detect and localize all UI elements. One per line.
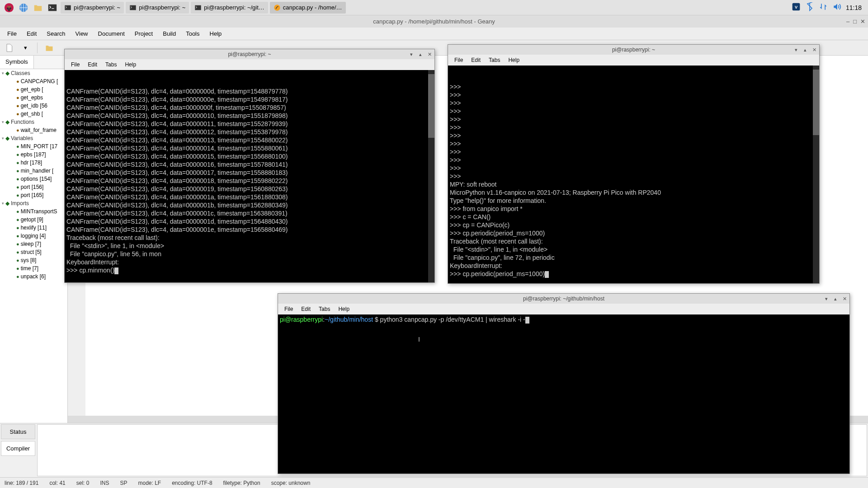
network-icon[interactable] — [819, 2, 828, 13]
bluetooth-icon[interactable] — [805, 2, 814, 13]
term-titlebar[interactable]: pi@raspberrypi: ~/github/min/host ▾ ▴ ✕ — [278, 294, 849, 304]
sidebar-tab-symbols[interactable]: Symbols — [0, 56, 34, 69]
files-icon[interactable] — [32, 1, 44, 14]
tray: V 11:18 — [792, 2, 866, 13]
term-title-text: pi@raspberrypi: ~/github/min/host — [523, 296, 604, 302]
minimize-icon[interactable]: ▾ — [408, 52, 415, 57]
svg-point-1 — [7, 7, 9, 9]
menu-tabs[interactable]: Tabs — [485, 56, 504, 65]
close-icon[interactable]: ✕ — [811, 47, 817, 53]
tree-section[interactable]: ▾ ◆ Functions — [0, 118, 67, 126]
tree-item[interactable]: ● hexlify [11] — [0, 224, 67, 232]
menu-help[interactable]: Help — [121, 60, 140, 69]
tree-item[interactable]: ● sleep [7] — [0, 240, 67, 248]
symbol-tree[interactable]: ▾ ◆ Classes● CANPCAPNG [● get_epb [● get… — [0, 69, 67, 423]
tree-item[interactable]: ● hdr [178] — [0, 159, 67, 167]
minimize-icon[interactable]: ▾ — [823, 296, 830, 302]
volume-icon[interactable] — [832, 2, 841, 13]
geany-title-text: canpcap.py - /home/pi/github/min/host - … — [373, 18, 495, 25]
minimize-icon[interactable]: – — [846, 18, 849, 25]
menu-document[interactable]: Document — [94, 28, 129, 39]
tree-item[interactable]: ● MINTransportS — [0, 207, 67, 216]
terminal-scrollbar[interactable] — [428, 70, 434, 282]
close-icon[interactable]: ✕ — [860, 18, 865, 25]
menu-view[interactable]: View — [71, 28, 93, 39]
menu-tabs[interactable]: Tabs — [102, 60, 120, 69]
open-file-icon[interactable] — [43, 42, 56, 54]
menu-help[interactable]: Help — [505, 56, 523, 65]
menu-tabs[interactable]: Tabs — [315, 305, 334, 314]
tree-item[interactable]: ● options [154] — [0, 175, 67, 183]
menu-project[interactable]: Project — [130, 28, 157, 39]
maximize-icon[interactable]: □ — [853, 18, 857, 25]
term-titlebar[interactable]: pi@raspberrypi: ~ ▾ ▴ ✕ — [448, 45, 819, 55]
task-label: canpcap.py - /home/… — [283, 4, 342, 11]
task-item-term3[interactable]: pi@raspberrypi: ~/git… — [191, 2, 268, 14]
task-item-geany[interactable]: canpcap.py - /home/… — [270, 2, 346, 14]
menu-build[interactable]: Build — [158, 28, 180, 39]
tree-item[interactable]: ● CANPCAPNG [ — [0, 77, 67, 85]
menu-file[interactable]: File — [281, 305, 297, 314]
term-menubar: FileEditTabsHelp — [278, 304, 849, 314]
term-output[interactable]: >>> >>> >>> >>> >>> >>> >>> >>> >>> >>> … — [448, 66, 819, 283]
tree-item[interactable]: ● get_shb [ — [0, 110, 67, 118]
tree-item[interactable]: ● epbs [187] — [0, 150, 67, 159]
tree-item[interactable]: ● get_epbs — [0, 94, 67, 102]
menu-icon[interactable] — [3, 1, 15, 14]
menu-help[interactable]: Help — [205, 28, 226, 39]
menu-search[interactable]: Search — [42, 28, 70, 39]
menu-file[interactable]: File — [451, 56, 467, 65]
tree-item[interactable]: ● logging [4] — [0, 232, 67, 240]
tree-item[interactable]: ● sys [8] — [0, 256, 67, 264]
tree-item[interactable]: ● unpack [6] — [0, 272, 67, 281]
tree-item[interactable]: ● getopt [9] — [0, 216, 67, 224]
tree-section[interactable]: ▾ ◆ Imports — [0, 199, 67, 207]
maximize-icon[interactable]: ▴ — [802, 47, 808, 53]
terminal-bottom[interactable]: pi@raspberrypi: ~/github/min/host ▾ ▴ ✕ … — [278, 293, 850, 474]
term-output[interactable]: pi@raspberrypi:~/github/min/host $ pytho… — [278, 314, 849, 474]
menu-edit[interactable]: Edit — [22, 28, 41, 39]
dropdown-icon[interactable]: ▾ — [19, 42, 32, 54]
maximize-icon[interactable]: ▴ — [832, 296, 839, 302]
tree-section[interactable]: ▾ ◆ Variables — [0, 134, 67, 142]
tree-item[interactable]: ● min_handler [ — [0, 167, 67, 175]
term-output[interactable]: CANFrame(CANID(id=S123), dlc=4, data=000… — [65, 70, 434, 282]
terminal-scrollbar[interactable] — [813, 66, 819, 283]
new-file-icon[interactable] — [3, 42, 15, 54]
geany-titlebar[interactable]: canpcap.py - /home/pi/github/min/host - … — [0, 15, 868, 28]
tree-item[interactable]: ● time [7] — [0, 264, 67, 272]
tree-item[interactable]: ● get_epb [ — [0, 85, 67, 94]
menu-file[interactable]: File — [3, 28, 21, 39]
menu-help[interactable]: Help — [335, 305, 353, 314]
maximize-icon[interactable]: ▴ — [417, 52, 424, 57]
tree-section[interactable]: ▾ ◆ Classes — [0, 69, 67, 77]
menu-edit[interactable]: Edit — [467, 56, 484, 65]
tree-item[interactable]: ● MIN_PORT [17 — [0, 142, 67, 150]
web-icon[interactable] — [17, 1, 30, 14]
vnc-icon[interactable]: V — [792, 2, 801, 13]
task-item-term2[interactable]: pi@raspberrypi: ~ — [126, 2, 189, 14]
menu-edit[interactable]: Edit — [297, 305, 314, 314]
terminal-right[interactable]: pi@raspberrypi: ~ ▾ ▴ ✕ FileEditTabsHelp… — [448, 44, 820, 284]
menu-file[interactable]: File — [67, 60, 83, 69]
task-label: pi@raspberrypi: ~/git… — [204, 4, 264, 11]
clock[interactable]: 11:18 — [846, 4, 862, 11]
tab-status[interactable]: Status — [1, 424, 35, 439]
tree-item[interactable]: ● get_idb [56 — [0, 102, 67, 110]
task-item-term1[interactable]: pi@raspberrypi: ~ — [61, 2, 124, 14]
menu-tools[interactable]: Tools — [181, 28, 204, 39]
close-icon[interactable]: ✕ — [426, 52, 433, 57]
terminal-left[interactable]: pi@raspberrypi: ~ ▾ ▴ ✕ FileEditTabsHelp… — [64, 49, 435, 283]
sidebar: Symbols ▾ ◆ Classes● CANPCAPNG [● get_ep… — [0, 56, 68, 423]
close-icon[interactable]: ✕ — [841, 296, 848, 302]
tree-item[interactable]: ● wait_for_frame — [0, 126, 67, 134]
task-label: pi@raspberrypi: ~ — [74, 4, 120, 11]
menu-edit[interactable]: Edit — [84, 60, 101, 69]
tab-compiler[interactable]: Compiler — [1, 441, 35, 456]
tree-item[interactable]: ● port [165] — [0, 191, 67, 199]
tree-item[interactable]: ● struct [5] — [0, 248, 67, 256]
terminal-launcher-icon[interactable] — [46, 1, 59, 14]
minimize-icon[interactable]: ▾ — [793, 47, 799, 53]
term-titlebar[interactable]: pi@raspberrypi: ~ ▾ ▴ ✕ — [65, 49, 434, 59]
tree-item[interactable]: ● port [156] — [0, 183, 67, 191]
